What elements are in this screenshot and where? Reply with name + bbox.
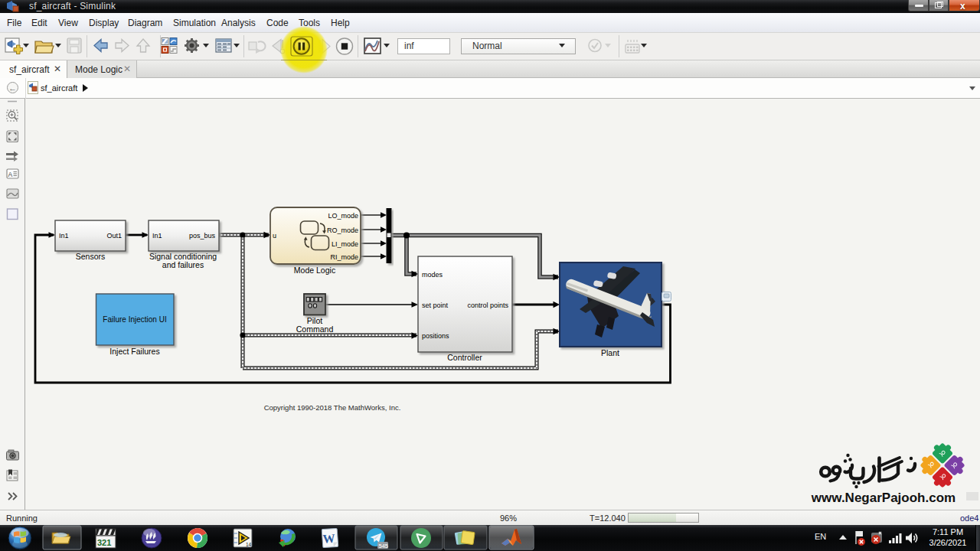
svg-text:Out1: Out1 xyxy=(106,232,122,240)
svg-text:In1: In1 xyxy=(59,232,69,240)
svg-text:and failures: and failures xyxy=(162,260,204,269)
svg-text:LO_mode: LO_mode xyxy=(328,212,358,220)
svg-text:545: 545 xyxy=(379,543,389,549)
svg-text:Signal conditioning: Signal conditioning xyxy=(149,252,217,261)
svg-text:321: 321 xyxy=(97,538,111,547)
svg-text:RI_mode: RI_mode xyxy=(330,253,358,261)
svg-text:Mode Logic: Mode Logic xyxy=(294,266,335,275)
svg-text:Failure Injection UI: Failure Injection UI xyxy=(103,315,166,324)
svg-text:u: u xyxy=(273,232,276,240)
svg-text:Plant: Plant xyxy=(601,348,619,357)
svg-text:positions: positions xyxy=(422,332,449,340)
svg-text:modes: modes xyxy=(422,271,443,279)
svg-text:A: A xyxy=(8,171,13,178)
svg-text:set point: set point xyxy=(422,302,449,309)
svg-text:Command: Command xyxy=(296,324,334,334)
svg-text:Sensors: Sensors xyxy=(76,252,106,261)
svg-text:RO_mode: RO_mode xyxy=(327,227,358,234)
svg-text:control points: control points xyxy=(467,302,508,309)
svg-text:Controller: Controller xyxy=(447,353,482,362)
svg-text:Copyright 1990-2018 The MathWo: Copyright 1990-2018 The MathWorks, Inc. xyxy=(264,403,401,412)
svg-text:In1: In1 xyxy=(152,232,162,240)
svg-text:14: 14 xyxy=(246,542,252,547)
svg-text:Inject Failures: Inject Failures xyxy=(109,347,159,356)
svg-text:Pilot: Pilot xyxy=(307,316,323,325)
svg-text:www.NegarPajooh.com: www.NegarPajooh.com xyxy=(811,491,956,505)
svg-text:pos_bus: pos_bus xyxy=(189,232,216,240)
svg-text:W: W xyxy=(322,532,335,546)
svg-text:LI_mode: LI_mode xyxy=(332,240,358,248)
